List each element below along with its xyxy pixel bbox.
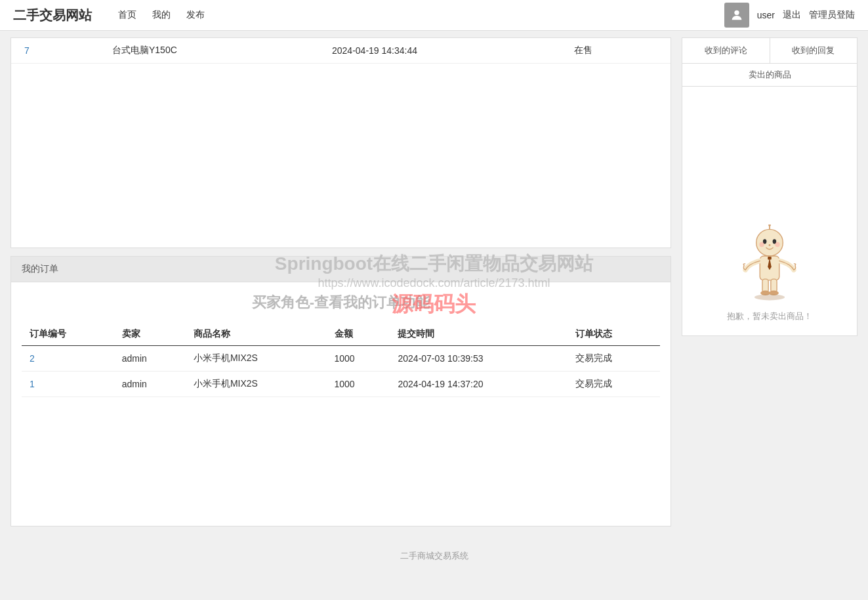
orders-section-title: 我的订单 — [11, 257, 671, 282]
nav-home[interactable]: 首页 — [118, 9, 136, 21]
order-time-2: 2024-07-03 10:39:53 — [390, 345, 568, 371]
svg-point-16 — [754, 294, 785, 300]
mascot-illustration: 抱歉，暂未卖出商品！ — [727, 225, 812, 322]
order-status-1: 交易完成 — [568, 371, 660, 396]
tab-received-replies[interactable]: 收到的回复 — [770, 38, 858, 63]
right-tabs: 收到的评论 收到的回复 — [682, 37, 858, 64]
order-seller-2: admin — [114, 345, 186, 371]
order-amount-2: 1000 — [327, 345, 390, 371]
svg-rect-12 — [762, 279, 768, 292]
username-label: user — [757, 10, 775, 20]
col-seller: 卖家 — [114, 323, 186, 346]
mascot-empty-text: 抱歉，暂未卖出商品！ — [727, 311, 812, 322]
product-table-card: 7 台式电脑Y150C 2024-04-19 14:34:44 在售 — [10, 37, 671, 248]
main-nav: 首页 我的 发布 — [118, 9, 205, 21]
col-order-id: 订单编号 — [22, 323, 114, 346]
sold-label: 卖出的商品 — [682, 64, 858, 87]
product-time-cell: 2024-04-19 14:34:44 — [319, 38, 561, 64]
orders-table: 订单编号 卖家 商品名称 金额 提交時間 订单状态 2 admin 小米手机MI — [22, 323, 660, 397]
empty-row — [11, 221, 671, 247]
site-logo[interactable]: 二手交易网站 — [13, 7, 92, 24]
order-row: 2 admin 小米手机MIX2S 1000 2024-07-03 10:39:… — [22, 345, 660, 371]
sold-content: 抱歉，暂未卖出商品！ — [682, 87, 858, 336]
svg-point-3 — [768, 225, 771, 226]
product-id-cell[interactable]: 7 — [11, 38, 99, 64]
svg-point-8 — [769, 244, 771, 246]
right-panel: 收到的评论 收到的回复 卖出的商品 — [682, 37, 858, 526]
empty-row — [11, 90, 671, 116]
col-time: 提交時間 — [390, 323, 568, 346]
order-amount-1: 1000 — [327, 371, 390, 396]
order-status-2: 交易完成 — [568, 345, 660, 371]
svg-point-7 — [775, 242, 779, 247]
order-id-1[interactable]: 1 — [22, 371, 114, 396]
svg-point-0 — [734, 11, 739, 15]
product-name-cell: 台式电脑Y150C — [99, 38, 319, 64]
product-status-cell: 在售 — [561, 38, 671, 64]
svg-rect-11 — [768, 257, 772, 260]
empty-row — [11, 169, 671, 195]
admin-login-button[interactable]: 管理员登陆 — [809, 9, 855, 21]
user-avatar — [724, 3, 749, 28]
svg-rect-13 — [771, 279, 777, 292]
footer-text: 二手商城交易系统 — [400, 551, 468, 561]
header-right: user 退出 管理员登陆 — [724, 3, 855, 28]
order-product-2: 小米手机MIX2S — [186, 345, 327, 371]
table-row: 7 台式电脑Y150C 2024-04-19 14:34:44 在售 — [11, 38, 671, 64]
mascot-svg — [737, 225, 802, 303]
orders-card: 我的订单 买家角色-查看我的订单功能 订单编号 卖家 商品名称 金额 提交時間 … — [10, 256, 671, 526]
order-id-2[interactable]: 2 — [22, 345, 114, 371]
nav-publish[interactable]: 发布 — [186, 9, 205, 21]
col-product-name: 商品名称 — [186, 323, 327, 346]
empty-row — [11, 116, 671, 142]
order-row: 1 admin 小米手机MIX2S 1000 2024-04-19 14:37:… — [22, 371, 660, 396]
empty-row — [11, 195, 671, 221]
orders-subtitle: 买家角色-查看我的订单功能 — [22, 293, 660, 312]
orders-table-header: 订单编号 卖家 商品名称 金额 提交時間 订单状态 — [22, 323, 660, 346]
tab-received-comments[interactable]: 收到的评论 — [682, 38, 770, 63]
header: 二手交易网站 首页 我的 发布 user 退出 管理员登陆 — [0, 0, 868, 31]
empty-row — [11, 64, 671, 90]
orders-body: 买家角色-查看我的订单功能 订单编号 卖家 商品名称 金额 提交時間 订单状态 — [11, 282, 671, 526]
order-product-1: 小米手机MIX2S — [186, 371, 327, 396]
main-container: Springboot在线二手闲置物品交易网站 https://www.icode… — [0, 31, 868, 540]
col-amount: 金额 — [327, 323, 390, 346]
left-panel: 7 台式电脑Y150C 2024-04-19 14:34:44 在售 — [10, 37, 671, 526]
logout-button[interactable]: 退出 — [783, 9, 801, 21]
footer: 二手商城交易系统 — [0, 540, 868, 572]
order-time-1: 2024-04-19 14:37:20 — [390, 371, 568, 396]
nav-mine[interactable]: 我的 — [152, 9, 171, 21]
col-status: 订单状态 — [568, 323, 660, 346]
empty-row — [11, 142, 671, 169]
order-seller-1: admin — [114, 371, 186, 396]
svg-point-6 — [759, 242, 764, 247]
product-table: 7 台式电脑Y150C 2024-04-19 14:34:44 在售 — [11, 38, 671, 247]
